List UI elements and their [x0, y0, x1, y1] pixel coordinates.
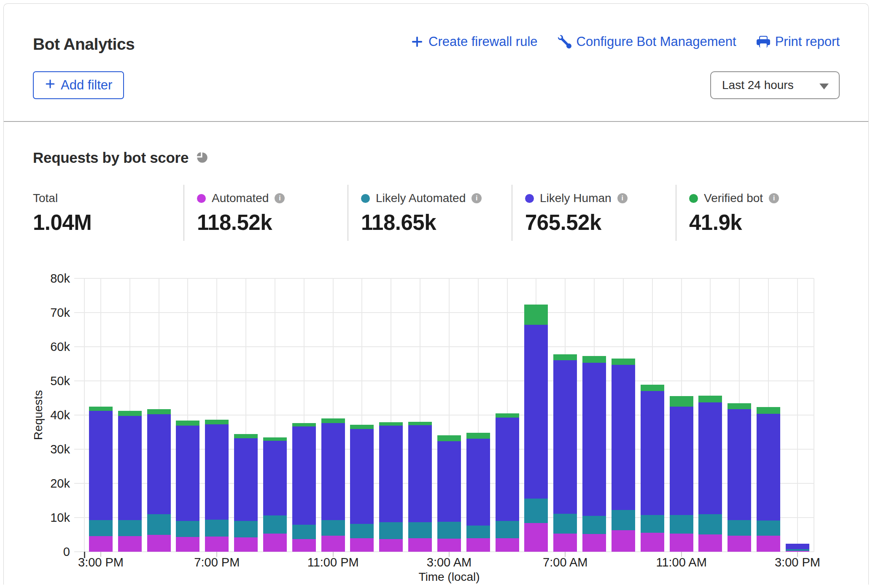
- bar-segment-likely-human[interactable]: [263, 441, 287, 515]
- bar-segment-likely-human[interactable]: [176, 426, 199, 521]
- configure-bot-management-link[interactable]: Configure Bot Management: [558, 34, 736, 49]
- create-firewall-rule-link[interactable]: Create firewall rule: [411, 34, 537, 49]
- bar-segment-verified-bot[interactable]: [147, 409, 171, 414]
- bar-segment-verified-bot[interactable]: [466, 433, 490, 439]
- bar-segment-verified-bot[interactable]: [408, 422, 432, 425]
- bar-segment-verified-bot[interactable]: [496, 413, 519, 418]
- bar-segment-automated[interactable]: [757, 536, 780, 552]
- print-report-link[interactable]: Print report: [757, 34, 840, 49]
- bar-segment-likely-human[interactable]: [582, 363, 606, 516]
- bar-segment-likely-automated[interactable]: [437, 522, 461, 539]
- bar-segment-automated[interactable]: [147, 535, 171, 552]
- bar-segment-likely-automated[interactable]: [89, 520, 113, 536]
- bar-segment-verified-bot[interactable]: [234, 434, 258, 438]
- bar-segment-likely-human[interactable]: [553, 360, 577, 514]
- bar-segment-likely-human[interactable]: [234, 438, 258, 521]
- bar-segment-automated[interactable]: [698, 534, 722, 552]
- bar-segment-likely-automated[interactable]: [408, 522, 432, 538]
- bar-segment-likely-human[interactable]: [466, 439, 490, 526]
- bar-segment-likely-automated[interactable]: [118, 520, 142, 536]
- bar-segment-automated[interactable]: [786, 551, 809, 552]
- bar-segment-automated[interactable]: [728, 536, 751, 552]
- bar-segment-likely-human[interactable]: [728, 409, 751, 520]
- time-range-select[interactable]: Last 24 hours: [710, 71, 840, 99]
- bar-segment-verified-bot[interactable]: [205, 420, 229, 424]
- bar-segment-automated[interactable]: [263, 534, 287, 552]
- bar-segment-verified-bot[interactable]: [728, 403, 751, 409]
- bar-segment-likely-automated[interactable]: [292, 525, 316, 539]
- bar-segment-automated[interactable]: [496, 538, 519, 552]
- bar-segment-likely-human[interactable]: [641, 391, 664, 515]
- bar-segment-automated[interactable]: [670, 534, 693, 552]
- bar-segment-verified-bot[interactable]: [89, 407, 113, 411]
- bar-segment-likely-human[interactable]: [321, 423, 345, 521]
- bar-segment-automated[interactable]: [553, 534, 577, 552]
- bar-segment-automated[interactable]: [437, 539, 461, 552]
- bar-segment-verified-bot[interactable]: [698, 396, 722, 402]
- bar-segment-automated[interactable]: [408, 538, 432, 552]
- bar-segment-likely-human[interactable]: [118, 416, 142, 520]
- bar-segment-likely-automated[interactable]: [553, 514, 577, 534]
- bar-segment-likely-automated[interactable]: [524, 499, 548, 523]
- bar-segment-likely-human[interactable]: [757, 414, 780, 521]
- bar-segment-verified-bot[interactable]: [379, 422, 403, 426]
- bar-segment-likely-automated[interactable]: [582, 516, 606, 534]
- bar-segment-likely-automated[interactable]: [757, 521, 780, 536]
- bar-segment-likely-human[interactable]: [89, 411, 113, 520]
- bar-segment-likely-automated[interactable]: [698, 514, 722, 534]
- bar-segment-verified-bot[interactable]: [263, 437, 287, 441]
- bar-segment-automated[interactable]: [641, 533, 664, 552]
- bar-segment-likely-automated[interactable]: [234, 521, 258, 537]
- bar-segment-likely-automated[interactable]: [786, 549, 809, 550]
- bar-segment-likely-automated[interactable]: [612, 510, 635, 530]
- bar-segment-automated[interactable]: [292, 539, 316, 552]
- bar-segment-likely-human[interactable]: [698, 402, 722, 514]
- bar-segment-verified-bot[interactable]: [118, 411, 142, 416]
- bar-segment-likely-automated[interactable]: [176, 521, 199, 537]
- bar-segment-likely-human[interactable]: [292, 426, 316, 525]
- bar-segment-likely-human[interactable]: [524, 325, 548, 499]
- bar-segment-automated[interactable]: [321, 536, 345, 552]
- bar-segment-likely-human[interactable]: [437, 441, 461, 521]
- bar-segment-automated[interactable]: [466, 538, 490, 552]
- bar-segment-likely-automated[interactable]: [641, 515, 664, 532]
- bar-segment-likely-automated[interactable]: [321, 520, 345, 535]
- bar-segment-verified-bot[interactable]: [524, 305, 548, 325]
- info-icon[interactable]: i: [275, 193, 285, 203]
- bar-segment-likely-human[interactable]: [379, 426, 403, 522]
- bar-segment-likely-automated[interactable]: [379, 522, 403, 539]
- bar-segment-likely-human[interactable]: [205, 424, 229, 520]
- bar-segment-verified-bot[interactable]: [612, 359, 635, 365]
- bar-segment-verified-bot[interactable]: [350, 425, 374, 429]
- bar-segment-likely-automated[interactable]: [147, 514, 171, 535]
- bar-segment-automated[interactable]: [612, 530, 635, 552]
- bar-segment-likely-automated[interactable]: [670, 515, 693, 534]
- bar-segment-likely-automated[interactable]: [728, 520, 751, 535]
- bar-segment-likely-automated[interactable]: [466, 526, 490, 539]
- bar-segment-likely-human[interactable]: [350, 429, 374, 523]
- bar-segment-likely-human[interactable]: [612, 365, 635, 510]
- bar-segment-likely-human[interactable]: [786, 544, 809, 549]
- bar-segment-likely-automated[interactable]: [263, 515, 287, 534]
- bar-segment-likely-human[interactable]: [408, 425, 432, 522]
- bar-segment-automated[interactable]: [350, 538, 374, 552]
- bar-segment-likely-human[interactable]: [147, 414, 171, 514]
- bar-segment-verified-bot[interactable]: [582, 356, 606, 363]
- info-icon[interactable]: i: [769, 193, 779, 203]
- bar-segment-automated[interactable]: [379, 539, 403, 552]
- bar-segment-verified-bot[interactable]: [292, 423, 316, 426]
- bar-segment-verified-bot[interactable]: [641, 385, 664, 391]
- bar-segment-automated[interactable]: [176, 537, 199, 552]
- bar-segment-automated[interactable]: [89, 536, 113, 552]
- bar-segment-likely-automated[interactable]: [205, 520, 229, 537]
- bar-segment-verified-bot[interactable]: [437, 435, 461, 442]
- bar-segment-likely-automated[interactable]: [350, 524, 374, 539]
- bar-segment-verified-bot[interactable]: [670, 396, 693, 407]
- bar-segment-verified-bot[interactable]: [757, 407, 780, 414]
- info-icon[interactable]: i: [472, 193, 482, 203]
- bar-segment-automated[interactable]: [582, 534, 606, 552]
- bar-segment-verified-bot[interactable]: [553, 354, 577, 361]
- bar-segment-verified-bot[interactable]: [321, 418, 345, 423]
- bar-segment-likely-human[interactable]: [496, 418, 519, 521]
- bar-segment-likely-human[interactable]: [670, 407, 693, 515]
